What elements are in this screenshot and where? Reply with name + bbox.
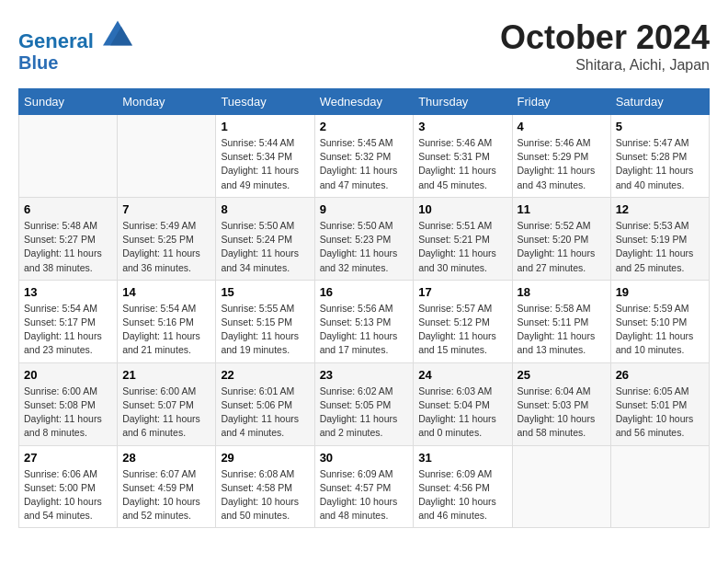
day-cell: 8Sunrise: 5:50 AM Sunset: 5:24 PM Daylig… — [216, 197, 314, 280]
day-cell: 27Sunrise: 6:06 AM Sunset: 5:00 PM Dayli… — [19, 445, 118, 528]
day-cell: 9Sunrise: 5:50 AM Sunset: 5:23 PM Daylig… — [314, 197, 414, 280]
day-info: Sunrise: 5:50 AM Sunset: 5:23 PM Dayligh… — [320, 219, 409, 275]
day-number: 16 — [320, 285, 409, 299]
day-info: Sunrise: 6:03 AM Sunset: 5:04 PM Dayligh… — [418, 385, 506, 441]
day-info: Sunrise: 5:54 AM Sunset: 5:17 PM Dayligh… — [24, 302, 112, 358]
day-cell: 4Sunrise: 5:46 AM Sunset: 5:29 PM Daylig… — [512, 115, 610, 198]
day-info: Sunrise: 5:44 AM Sunset: 5:34 PM Dayligh… — [221, 136, 309, 192]
day-cell: 23Sunrise: 6:02 AM Sunset: 5:05 PM Dayli… — [314, 362, 414, 445]
weekday-header-row: SundayMondayTuesdayWednesdayThursdayFrid… — [19, 89, 710, 115]
logo-text: General — [18, 18, 132, 52]
day-number: 3 — [418, 120, 506, 133]
day-cell: 5Sunrise: 5:47 AM Sunset: 5:28 PM Daylig… — [610, 115, 709, 198]
day-number: 10 — [418, 202, 506, 216]
day-cell: 11Sunrise: 5:52 AM Sunset: 5:20 PM Dayli… — [512, 197, 610, 280]
day-info: Sunrise: 5:54 AM Sunset: 5:16 PM Dayligh… — [122, 302, 210, 358]
day-info: Sunrise: 5:57 AM Sunset: 5:12 PM Dayligh… — [418, 302, 506, 358]
day-info: Sunrise: 6:05 AM Sunset: 5:01 PM Dayligh… — [616, 385, 704, 441]
day-info: Sunrise: 5:50 AM Sunset: 5:24 PM Dayligh… — [221, 219, 309, 275]
day-number: 26 — [616, 368, 704, 382]
day-cell: 21Sunrise: 6:00 AM Sunset: 5:07 PM Dayli… — [118, 362, 216, 445]
day-number: 28 — [122, 451, 210, 465]
day-cell: 2Sunrise: 5:45 AM Sunset: 5:32 PM Daylig… — [314, 115, 414, 198]
day-cell: 1Sunrise: 5:44 AM Sunset: 5:34 PM Daylig… — [216, 115, 314, 198]
week-row-1: 1Sunrise: 5:44 AM Sunset: 5:34 PM Daylig… — [19, 115, 710, 198]
day-cell: 17Sunrise: 5:57 AM Sunset: 5:12 PM Dayli… — [414, 280, 512, 362]
day-info: Sunrise: 6:09 AM Sunset: 4:57 PM Dayligh… — [320, 467, 409, 523]
week-row-4: 20Sunrise: 6:00 AM Sunset: 5:08 PM Dayli… — [19, 362, 710, 445]
day-number: 17 — [418, 285, 506, 299]
day-cell: 3Sunrise: 5:46 AM Sunset: 5:31 PM Daylig… — [414, 115, 512, 198]
day-number: 15 — [221, 285, 309, 299]
day-number: 2 — [320, 120, 409, 133]
logo: General Blue — [18, 18, 132, 73]
day-info: Sunrise: 5:48 AM Sunset: 5:27 PM Dayligh… — [24, 219, 112, 275]
day-cell: 18Sunrise: 5:58 AM Sunset: 5:11 PM Dayli… — [512, 280, 610, 362]
day-info: Sunrise: 5:45 AM Sunset: 5:32 PM Dayligh… — [320, 136, 409, 192]
day-number: 19 — [616, 285, 704, 299]
day-info: Sunrise: 6:08 AM Sunset: 4:58 PM Dayligh… — [221, 467, 309, 523]
logo-blue: Blue — [18, 52, 132, 73]
weekday-header-sunday: Sunday — [19, 89, 118, 115]
day-cell — [118, 115, 216, 198]
day-number: 14 — [122, 285, 210, 299]
day-cell: 16Sunrise: 5:56 AM Sunset: 5:13 PM Dayli… — [314, 280, 414, 362]
day-cell: 31Sunrise: 6:09 AM Sunset: 4:56 PM Dayli… — [414, 445, 512, 528]
weekday-header-monday: Monday — [118, 89, 216, 115]
day-cell: 19Sunrise: 5:59 AM Sunset: 5:10 PM Dayli… — [610, 280, 709, 362]
day-cell: 26Sunrise: 6:05 AM Sunset: 5:01 PM Dayli… — [610, 362, 709, 445]
logo-general: General — [18, 29, 94, 52]
day-number: 21 — [122, 368, 210, 382]
day-cell — [19, 115, 118, 198]
day-number: 24 — [418, 368, 506, 382]
day-number: 27 — [24, 451, 112, 465]
title-block: October 2024 Shitara, Aichi, Japan — [500, 18, 710, 74]
day-cell — [610, 445, 709, 528]
day-info: Sunrise: 6:00 AM Sunset: 5:08 PM Dayligh… — [24, 385, 112, 441]
page-header: General Blue October 2024 Shitara, Aichi… — [18, 18, 710, 74]
day-cell: 28Sunrise: 6:07 AM Sunset: 4:59 PM Dayli… — [118, 445, 216, 528]
day-number: 30 — [320, 451, 409, 465]
day-info: Sunrise: 5:56 AM Sunset: 5:13 PM Dayligh… — [320, 302, 409, 358]
day-cell: 29Sunrise: 6:08 AM Sunset: 4:58 PM Dayli… — [216, 445, 314, 528]
day-number: 6 — [24, 202, 112, 216]
day-number: 25 — [518, 368, 606, 382]
day-cell: 15Sunrise: 5:55 AM Sunset: 5:15 PM Dayli… — [216, 280, 314, 362]
weekday-header-wednesday: Wednesday — [314, 89, 414, 115]
day-cell: 12Sunrise: 5:53 AM Sunset: 5:19 PM Dayli… — [610, 197, 709, 280]
day-cell — [512, 445, 610, 528]
day-cell: 10Sunrise: 5:51 AM Sunset: 5:21 PM Dayli… — [414, 197, 512, 280]
day-info: Sunrise: 6:09 AM Sunset: 4:56 PM Dayligh… — [418, 467, 506, 523]
day-info: Sunrise: 5:49 AM Sunset: 5:25 PM Dayligh… — [122, 219, 210, 275]
day-number: 22 — [221, 368, 309, 382]
day-cell: 13Sunrise: 5:54 AM Sunset: 5:17 PM Dayli… — [19, 280, 118, 362]
logo-icon — [103, 18, 132, 48]
day-number: 4 — [518, 120, 606, 133]
week-row-2: 6Sunrise: 5:48 AM Sunset: 5:27 PM Daylig… — [19, 197, 710, 280]
day-number: 29 — [221, 451, 309, 465]
month-title: October 2024 — [500, 18, 710, 57]
day-number: 13 — [24, 285, 112, 299]
day-info: Sunrise: 5:51 AM Sunset: 5:21 PM Dayligh… — [418, 219, 506, 275]
day-info: Sunrise: 6:07 AM Sunset: 4:59 PM Dayligh… — [122, 467, 210, 523]
day-cell: 30Sunrise: 6:09 AM Sunset: 4:57 PM Dayli… — [314, 445, 414, 528]
day-number: 12 — [616, 202, 704, 216]
day-info: Sunrise: 5:46 AM Sunset: 5:31 PM Dayligh… — [418, 136, 506, 192]
weekday-header-saturday: Saturday — [610, 89, 709, 115]
day-number: 11 — [518, 202, 606, 216]
day-cell: 24Sunrise: 6:03 AM Sunset: 5:04 PM Dayli… — [414, 362, 512, 445]
day-cell: 7Sunrise: 5:49 AM Sunset: 5:25 PM Daylig… — [118, 197, 216, 280]
day-info: Sunrise: 5:55 AM Sunset: 5:15 PM Dayligh… — [221, 302, 309, 358]
week-row-3: 13Sunrise: 5:54 AM Sunset: 5:17 PM Dayli… — [19, 280, 710, 362]
day-number: 23 — [320, 368, 409, 382]
day-cell: 25Sunrise: 6:04 AM Sunset: 5:03 PM Dayli… — [512, 362, 610, 445]
day-number: 8 — [221, 202, 309, 216]
day-cell: 6Sunrise: 5:48 AM Sunset: 5:27 PM Daylig… — [19, 197, 118, 280]
weekday-header-friday: Friday — [512, 89, 610, 115]
day-info: Sunrise: 6:01 AM Sunset: 5:06 PM Dayligh… — [221, 385, 309, 441]
day-number: 9 — [320, 202, 409, 216]
day-number: 18 — [518, 285, 606, 299]
weekday-header-tuesday: Tuesday — [216, 89, 314, 115]
day-info: Sunrise: 6:02 AM Sunset: 5:05 PM Dayligh… — [320, 385, 409, 441]
day-number: 7 — [122, 202, 210, 216]
